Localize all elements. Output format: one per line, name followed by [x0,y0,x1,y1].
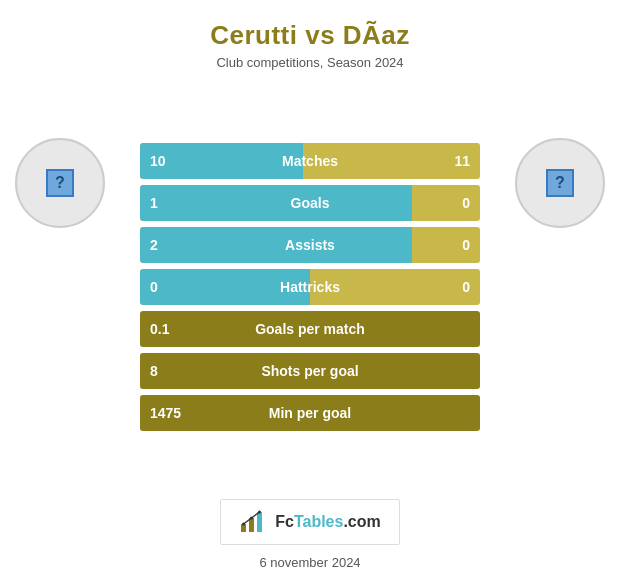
stat-label: Goals [291,195,330,211]
stat-row-shots-per-goal: 8Shots per goal [140,353,480,389]
logo-icon [239,508,267,536]
stat-left-value: 1475 [150,405,181,421]
svg-rect-2 [257,512,262,532]
match-subtitle: Club competitions, Season 2024 [216,55,403,70]
match-title: Cerutti vs DÃaz [210,20,410,51]
stat-left-value: 1 [150,195,158,211]
svg-point-3 [242,523,245,526]
stat-left-value: 8 [150,363,158,379]
stat-row-matches: 10Matches11 [140,143,480,179]
stat-label: Assists [285,237,335,253]
stats-section: 10Matches111Goals02Assists00Hattricks00.… [140,143,480,431]
stat-row-assists: 2Assists0 [140,227,480,263]
svg-point-4 [250,517,253,520]
svg-point-5 [258,511,261,514]
stat-right-value: 0 [462,195,470,211]
player-avatar-right: ? [515,138,605,228]
stat-label: Shots per goal [261,363,358,379]
logo-text: FcTables.com [275,513,381,531]
stat-row-min-per-goal: 1475Min per goal [140,395,480,431]
stat-right-value: 11 [454,153,470,169]
stat-row-goals: 1Goals0 [140,185,480,221]
player-avatar-left: ? [15,138,105,228]
stat-left-value: 10 [150,153,166,169]
main-container: Cerutti vs DÃaz Club competitions, Seaso… [0,0,620,580]
stat-right-value: 0 [462,237,470,253]
stat-label: Hattricks [280,279,340,295]
stat-left-value: 2 [150,237,158,253]
stat-left-value: 0.1 [150,321,169,337]
logo-area: FcTables.com [220,499,400,545]
stat-label: Matches [282,153,338,169]
footer-date: 6 november 2024 [259,555,360,570]
player-image-right: ? [546,169,574,197]
player-image-left: ? [46,169,74,197]
stat-label: Goals per match [255,321,365,337]
stat-row-hattricks: 0Hattricks0 [140,269,480,305]
logo-box: FcTables.com [220,499,400,545]
comparison-area: ? 10Matches111Goals02Assists00Hattricks0… [0,88,620,485]
stat-row-goals-per-match: 0.1Goals per match [140,311,480,347]
stat-right-value: 0 [462,279,470,295]
stat-left-value: 0 [150,279,158,295]
stat-label: Min per goal [269,405,351,421]
